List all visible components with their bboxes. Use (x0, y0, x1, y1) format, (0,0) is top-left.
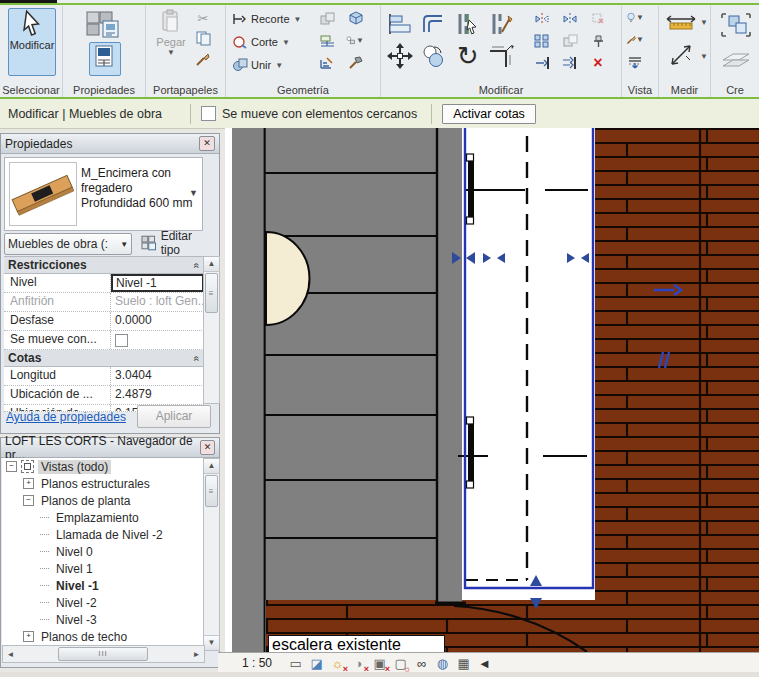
browser-hscrollbar[interactable]: ◄ III ► (2, 645, 205, 663)
recorte-dropdown[interactable]: ▼ (294, 15, 302, 24)
measure-between-icon[interactable] (667, 42, 695, 68)
offset-icon[interactable] (419, 10, 449, 38)
property-value[interactable]: Nivel -1 (111, 274, 204, 292)
hide-dropdown[interactable]: ▼ (636, 13, 644, 22)
trim-extend-corner-icon[interactable] (487, 42, 517, 70)
align-end-icon[interactable] (533, 54, 551, 71)
match-type-icon[interactable] (194, 51, 212, 68)
properties-scrollbar[interactable]: ▲ ≡ (203, 256, 220, 404)
properties-help-link[interactable]: Ayuda de propiedades (6, 410, 126, 424)
tree-item-label[interactable]: Nivel -1 (53, 579, 102, 593)
hide-lightbulb-icon[interactable]: ▼ (626, 9, 644, 26)
mirror-pick-axis-icon[interactable] (533, 10, 551, 27)
align-icon[interactable] (385, 10, 415, 38)
override-dropdown[interactable]: ▼ (636, 35, 644, 44)
divide-element-icon[interactable]: ▼ (346, 32, 364, 49)
tree-item-label[interactable]: Nivel 1 (53, 562, 96, 576)
scale-icon[interactable] (561, 32, 579, 49)
sun-path-icon[interactable]: ☼× (328, 655, 347, 672)
cut-icon[interactable]: ✂ (194, 10, 212, 27)
tree-item-label[interactable]: Planos de planta (38, 494, 133, 508)
collapse-chevron-icon[interactable]: « (192, 355, 203, 361)
tree-item[interactable]: Nivel 1 (2, 560, 203, 577)
worksharing-display-icon[interactable]: ▦ (454, 655, 473, 672)
tree-item[interactable]: Nivel -1 (2, 577, 203, 594)
modify-button[interactable]: Modificar (8, 8, 56, 76)
visual-style-icon[interactable]: ◪ (307, 655, 326, 672)
override-graphics-icon[interactable]: ▼ (626, 31, 644, 48)
mirror-draw-axis-icon[interactable] (561, 10, 579, 27)
collapse-icon[interactable]: − (6, 461, 17, 472)
section-header[interactable]: Cotas« (4, 350, 204, 367)
hscrollbar-thumb[interactable]: III (58, 647, 148, 661)
wall-opening-icon[interactable] (318, 32, 336, 49)
temporary-hide-icon[interactable]: ◍ (433, 655, 452, 672)
expand-icon[interactable]: + (23, 478, 34, 489)
tree-item[interactable]: −Planos de planta (2, 492, 203, 509)
scrollbar-thumb[interactable]: ≡ (205, 475, 218, 507)
scrollbar-thumb[interactable]: ≡ (205, 273, 218, 313)
tree-item-label[interactable]: Nivel -2 (53, 596, 100, 610)
tree-item[interactable]: −Vistas (todo) (2, 458, 203, 475)
underlay-icon[interactable] (626, 53, 644, 70)
tree-item[interactable]: Nivel -2 (2, 594, 203, 611)
tree-item[interactable]: Emplazamiento (2, 509, 203, 526)
copy-icon[interactable] (194, 30, 212, 47)
browser-title-bar[interactable]: LOFT LES CORTS - Navegador de pr... ✕ (1, 438, 219, 458)
tree-item-label[interactable]: Nivel 0 (53, 545, 96, 559)
rotate-icon[interactable]: ↻ (453, 42, 483, 70)
tree-item-label[interactable]: Llamada de Nivel -2 (53, 528, 166, 542)
array-icon[interactable] (533, 32, 551, 49)
rotate-disabled-icon[interactable] (589, 10, 607, 27)
create-component-icon[interactable] (719, 10, 753, 40)
moves-with-nearby-checkbox[interactable] (201, 106, 216, 121)
corte-button[interactable]: Corte ▼ (232, 31, 290, 53)
property-checkbox[interactable] (115, 334, 128, 347)
beam-cube-icon[interactable] (346, 9, 364, 26)
scroll-down-icon[interactable]: ▼ (204, 635, 219, 650)
divide-dropdown[interactable]: ▼ (356, 36, 364, 45)
properties-close-icon[interactable]: ✕ (199, 136, 215, 151)
crop-visibility-icon[interactable]: ▢☼ (391, 655, 410, 672)
paste-dropdown-arrow[interactable]: ▼ (167, 48, 175, 57)
drawing-area[interactable] (225, 128, 759, 652)
delete-icon[interactable]: × (589, 54, 607, 71)
tree-item[interactable]: +Planos estructurales (2, 475, 203, 492)
scroll-up-icon[interactable]: ▲ (204, 257, 219, 272)
section-header[interactable]: Restricciones« (4, 257, 204, 274)
tree-item-label[interactable]: Vistas (todo) (38, 460, 111, 474)
tree-item-label[interactable]: Nivel -3 (53, 613, 100, 627)
browser-scrollbar[interactable]: ▲ ≡ ▼ (203, 458, 220, 651)
align-multiple-icon[interactable] (561, 54, 579, 71)
create-similar-icon[interactable] (719, 44, 753, 70)
move-icon[interactable] (385, 42, 415, 70)
crop-region-icon[interactable]: ▣× (370, 655, 389, 672)
measure-icon[interactable] (665, 12, 697, 32)
properties-palette-button[interactable] (83, 9, 125, 45)
properties-title-bar[interactable]: Propiedades ✕ (1, 134, 219, 154)
justify-lines-icon[interactable] (318, 54, 336, 71)
type-selector[interactable]: M_Encimera con fregadero Profundidad 600… (4, 157, 203, 231)
scroll-right-icon[interactable]: ► (189, 650, 204, 659)
pin-icon[interactable] (589, 32, 607, 49)
scroll-left-icon[interactable]: ◄ (3, 650, 18, 659)
copy-element-icon[interactable] (419, 42, 449, 70)
expand-icon[interactable]: + (23, 631, 34, 642)
scroll-up-icon[interactable]: ▲ (204, 459, 219, 474)
tree-item[interactable]: Llamada de Nivel -2 (2, 526, 203, 543)
collapse-chevron-icon[interactable]: « (192, 262, 203, 268)
tree-item[interactable]: Nivel -3 (2, 611, 203, 628)
paste-button[interactable]: Pegar ▼ (152, 8, 190, 74)
collapse-icon[interactable]: − (23, 495, 34, 506)
recorte-button[interactable]: Recorte ▼ (232, 8, 301, 30)
type-properties-button[interactable] (89, 42, 121, 76)
activate-dimensions-button[interactable]: Activar cotas (442, 104, 536, 124)
detail-level-icon[interactable]: ▭ (286, 655, 305, 672)
tree-item[interactable]: Nivel 0 (2, 543, 203, 560)
apply-button[interactable]: Aplicar (137, 405, 211, 428)
browser-close-icon[interactable]: ✕ (200, 440, 215, 455)
split-with-gap-icon[interactable] (487, 10, 517, 38)
edit-type-button[interactable]: Editar tipo (138, 233, 216, 253)
unir-dropdown[interactable]: ▼ (275, 61, 283, 70)
demolish-hammer-icon[interactable] (346, 54, 364, 71)
